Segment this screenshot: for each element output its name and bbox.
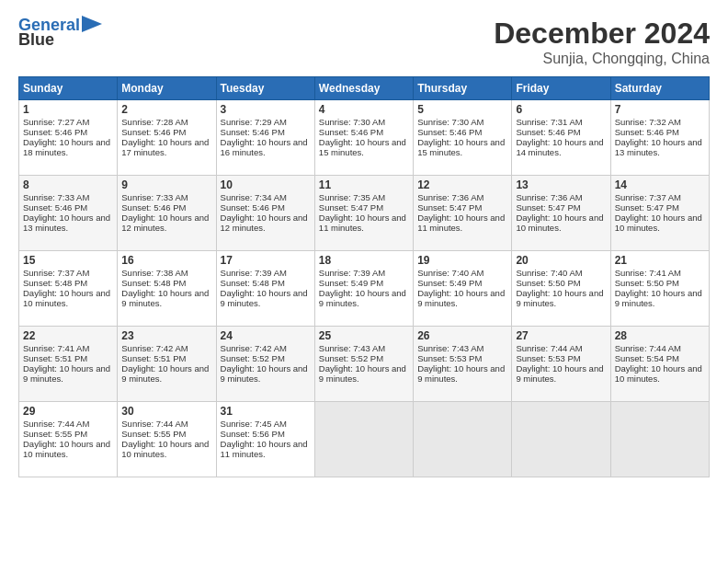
table-row: 8Sunrise: 7:33 AMSunset: 5:46 PMDaylight… — [19, 176, 118, 251]
sunrise-text: Sunrise: 7:44 AM — [23, 419, 89, 429]
table-row: 9Sunrise: 7:33 AMSunset: 5:46 PMDaylight… — [118, 176, 216, 251]
sunrise-text: Sunrise: 7:40 AM — [417, 268, 483, 278]
header: General Blue December 2024 Sunjia, Chong… — [18, 17, 710, 67]
table-row: 31Sunrise: 7:45 AMSunset: 5:56 PMDayligh… — [216, 402, 314, 477]
day-number: 28 — [615, 329, 705, 342]
table-row: 15Sunrise: 7:37 AMSunset: 5:48 PMDayligh… — [19, 251, 118, 327]
table-row: 2Sunrise: 7:28 AMSunset: 5:46 PMDaylight… — [118, 100, 216, 176]
daylight-text: Daylight: 10 hours and 9 minutes. — [319, 363, 406, 384]
daylight-text: Daylight: 10 hours and 16 minutes. — [221, 137, 308, 157]
sunrise-text: Sunrise: 7:42 AM — [221, 343, 287, 353]
table-row: 26Sunrise: 7:43 AMSunset: 5:53 PMDayligh… — [414, 327, 512, 402]
calendar-table: Sunday Monday Tuesday Wednesday Thursday… — [18, 76, 710, 477]
day-number: 31 — [221, 405, 311, 418]
sunset-text: Sunset: 5:47 PM — [615, 202, 679, 213]
table-row: 29Sunrise: 7:44 AMSunset: 5:55 PMDayligh… — [19, 402, 118, 477]
sunset-text: Sunset: 5:50 PM — [615, 278, 679, 288]
sunset-text: Sunset: 5:46 PM — [121, 127, 186, 137]
day-number: 6 — [516, 103, 606, 116]
daylight-text: Daylight: 10 hours and 15 minutes. — [417, 137, 505, 157]
daylight-text: Daylight: 10 hours and 12 minutes. — [221, 213, 308, 233]
day-number: 29 — [23, 405, 113, 418]
daylight-text: Daylight: 10 hours and 9 minutes. — [23, 363, 110, 384]
col-sunday: Sunday — [19, 77, 118, 100]
table-row: 27Sunrise: 7:44 AMSunset: 5:53 PMDayligh… — [512, 327, 610, 402]
daylight-text: Daylight: 10 hours and 11 minutes. — [221, 439, 308, 459]
sunrise-text: Sunrise: 7:34 AM — [221, 192, 287, 202]
sunrise-text: Sunrise: 7:43 AM — [319, 343, 385, 353]
table-row — [414, 402, 512, 477]
day-number: 27 — [516, 329, 606, 342]
table-row: 6Sunrise: 7:31 AMSunset: 5:46 PMDaylight… — [512, 100, 610, 176]
col-saturday: Saturday — [610, 77, 709, 100]
table-row: 4Sunrise: 7:30 AMSunset: 5:46 PMDaylight… — [314, 100, 413, 176]
sunset-text: Sunset: 5:47 PM — [319, 202, 383, 213]
sunset-text: Sunset: 5:48 PM — [221, 278, 285, 288]
day-number: 21 — [615, 254, 705, 267]
sunset-text: Sunset: 5:52 PM — [221, 353, 285, 363]
sunrise-text: Sunrise: 7:40 AM — [516, 268, 582, 278]
svg-marker-0 — [82, 16, 102, 32]
sunset-text: Sunset: 5:47 PM — [417, 202, 482, 213]
sunset-text: Sunset: 5:46 PM — [23, 202, 87, 213]
day-number: 3 — [221, 103, 311, 116]
daylight-text: Daylight: 10 hours and 9 minutes. — [516, 288, 603, 308]
col-monday: Monday — [118, 77, 216, 100]
sunrise-text: Sunrise: 7:37 AM — [23, 268, 89, 278]
sunrise-text: Sunrise: 7:44 AM — [615, 343, 681, 353]
sunset-text: Sunset: 5:55 PM — [23, 429, 87, 439]
sunset-text: Sunset: 5:46 PM — [221, 127, 285, 137]
daylight-text: Daylight: 10 hours and 10 minutes. — [23, 439, 110, 459]
sunset-text: Sunset: 5:46 PM — [121, 202, 186, 213]
sunset-text: Sunset: 5:46 PM — [23, 127, 87, 137]
sunset-text: Sunset: 5:55 PM — [121, 429, 186, 439]
daylight-text: Daylight: 10 hours and 15 minutes. — [319, 137, 406, 157]
daylight-text: Daylight: 10 hours and 10 minutes. — [615, 213, 702, 233]
daylight-text: Daylight: 10 hours and 9 minutes. — [121, 288, 209, 308]
sunrise-text: Sunrise: 7:41 AM — [23, 343, 89, 353]
sunrise-text: Sunrise: 7:35 AM — [319, 192, 385, 202]
calendar-week-row: 22Sunrise: 7:41 AMSunset: 5:51 PMDayligh… — [19, 327, 710, 402]
sunset-text: Sunset: 5:54 PM — [615, 353, 679, 363]
table-row — [314, 402, 413, 477]
day-number: 24 — [221, 329, 311, 342]
sunset-text: Sunset: 5:50 PM — [516, 278, 580, 288]
day-number: 26 — [417, 329, 507, 342]
table-row: 17Sunrise: 7:39 AMSunset: 5:48 PMDayligh… — [216, 251, 314, 327]
day-number: 15 — [23, 254, 113, 267]
daylight-text: Daylight: 10 hours and 10 minutes. — [23, 288, 110, 308]
sunset-text: Sunset: 5:47 PM — [516, 202, 580, 213]
table-row: 19Sunrise: 7:40 AMSunset: 5:49 PMDayligh… — [414, 251, 512, 327]
daylight-text: Daylight: 10 hours and 9 minutes. — [221, 363, 308, 384]
table-row: 20Sunrise: 7:40 AMSunset: 5:50 PMDayligh… — [512, 251, 610, 327]
daylight-text: Daylight: 10 hours and 9 minutes. — [417, 288, 505, 308]
day-number: 4 — [319, 103, 409, 116]
table-row: 22Sunrise: 7:41 AMSunset: 5:51 PMDayligh… — [19, 327, 118, 402]
table-row: 21Sunrise: 7:41 AMSunset: 5:50 PMDayligh… — [610, 251, 709, 327]
daylight-text: Daylight: 10 hours and 9 minutes. — [615, 288, 702, 308]
table-row: 16Sunrise: 7:38 AMSunset: 5:48 PMDayligh… — [118, 251, 216, 327]
sunrise-text: Sunrise: 7:30 AM — [319, 117, 385, 127]
day-number: 7 — [615, 103, 705, 116]
sunset-text: Sunset: 5:49 PM — [319, 278, 383, 288]
day-number: 13 — [516, 178, 606, 191]
sunrise-text: Sunrise: 7:41 AM — [615, 268, 681, 278]
day-number: 14 — [615, 178, 705, 191]
table-row — [512, 402, 610, 477]
day-number: 25 — [319, 329, 409, 342]
main-title: December 2024 — [494, 17, 710, 51]
sunset-text: Sunset: 5:46 PM — [516, 127, 580, 137]
subtitle: Sunjia, Chongqing, China — [494, 51, 710, 67]
sunset-text: Sunset: 5:48 PM — [121, 278, 186, 288]
table-row: 13Sunrise: 7:36 AMSunset: 5:47 PMDayligh… — [512, 176, 610, 251]
logo-arrow-icon — [82, 16, 102, 32]
table-row — [610, 402, 709, 477]
calendar-week-row: 8Sunrise: 7:33 AMSunset: 5:46 PMDaylight… — [19, 176, 710, 251]
sunrise-text: Sunrise: 7:32 AM — [615, 117, 681, 127]
sunset-text: Sunset: 5:46 PM — [319, 127, 383, 137]
logo-blue: Blue — [18, 31, 54, 50]
sunrise-text: Sunrise: 7:31 AM — [516, 117, 582, 127]
daylight-text: Daylight: 10 hours and 9 minutes. — [417, 363, 505, 384]
daylight-text: Daylight: 10 hours and 11 minutes. — [319, 213, 406, 233]
daylight-text: Daylight: 10 hours and 10 minutes. — [121, 439, 209, 459]
